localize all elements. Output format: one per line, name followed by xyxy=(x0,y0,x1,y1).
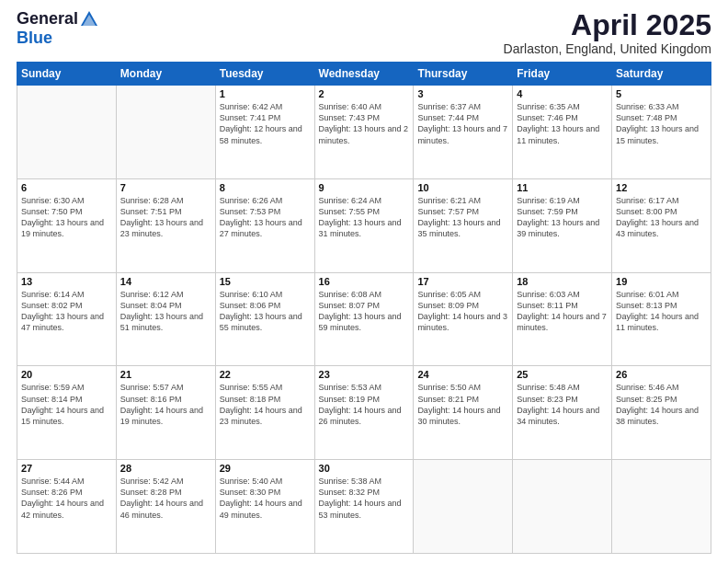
day-info: Sunrise: 6:42 AMSunset: 7:41 PMDaylight:… xyxy=(220,101,311,146)
calendar-cell: 17Sunrise: 6:05 AMSunset: 8:09 PMDayligh… xyxy=(414,272,513,366)
day-info: Sunrise: 5:44 AMSunset: 8:26 PMDaylight:… xyxy=(21,476,112,521)
day-number: 29 xyxy=(220,463,311,474)
calendar-cell xyxy=(414,460,513,554)
day-info: Sunrise: 6:24 AMSunset: 7:55 PMDaylight:… xyxy=(319,195,410,240)
weekday-header-saturday: Saturday xyxy=(612,63,711,86)
logo-general: General xyxy=(17,9,78,28)
day-number: 21 xyxy=(120,369,211,380)
day-info: Sunrise: 6:30 AMSunset: 7:50 PMDaylight:… xyxy=(21,195,112,240)
day-info: Sunrise: 6:03 AMSunset: 8:11 PMDaylight:… xyxy=(517,289,608,334)
week-row-5: 27Sunrise: 5:44 AMSunset: 8:26 PMDayligh… xyxy=(17,460,711,554)
title-block: April 2025 Darlaston, England, United Ki… xyxy=(504,9,711,56)
day-info: Sunrise: 6:01 AMSunset: 8:13 PMDaylight:… xyxy=(616,289,707,334)
logo-icon xyxy=(79,9,99,29)
calendar-cell: 25Sunrise: 5:48 AMSunset: 8:23 PMDayligh… xyxy=(513,366,612,460)
day-info: Sunrise: 6:12 AMSunset: 8:04 PMDaylight:… xyxy=(120,289,211,334)
calendar-cell xyxy=(513,460,612,554)
logo: General Blue xyxy=(17,9,100,48)
calendar-cell: 7Sunrise: 6:28 AMSunset: 7:51 PMDaylight… xyxy=(116,178,215,272)
day-number: 11 xyxy=(517,182,608,193)
calendar-cell: 4Sunrise: 6:35 AMSunset: 7:46 PMDaylight… xyxy=(513,86,612,179)
calendar-cell: 13Sunrise: 6:14 AMSunset: 8:02 PMDayligh… xyxy=(17,272,117,366)
day-number: 13 xyxy=(21,276,112,287)
day-info: Sunrise: 5:50 AMSunset: 8:21 PMDaylight:… xyxy=(417,382,508,427)
weekday-header-friday: Friday xyxy=(513,63,612,86)
day-info: Sunrise: 6:14 AMSunset: 8:02 PMDaylight:… xyxy=(21,289,112,334)
day-info: Sunrise: 6:08 AMSunset: 8:07 PMDaylight:… xyxy=(319,289,410,334)
day-info: Sunrise: 5:40 AMSunset: 8:30 PMDaylight:… xyxy=(220,476,311,521)
week-row-4: 20Sunrise: 5:59 AMSunset: 8:14 PMDayligh… xyxy=(17,366,711,460)
calendar-cell: 5Sunrise: 6:33 AMSunset: 7:48 PMDaylight… xyxy=(612,86,711,179)
day-number: 17 xyxy=(417,276,508,287)
day-info: Sunrise: 5:46 AMSunset: 8:25 PMDaylight:… xyxy=(616,382,707,427)
day-number: 27 xyxy=(21,463,112,474)
day-number: 26 xyxy=(616,369,707,380)
calendar-cell xyxy=(612,460,711,554)
day-info: Sunrise: 5:48 AMSunset: 8:23 PMDaylight:… xyxy=(517,382,608,427)
day-info: Sunrise: 5:53 AMSunset: 8:19 PMDaylight:… xyxy=(319,382,410,427)
calendar-cell: 3Sunrise: 6:37 AMSunset: 7:44 PMDaylight… xyxy=(414,86,513,179)
day-number: 9 xyxy=(319,182,410,193)
day-number: 4 xyxy=(517,88,608,99)
calendar-cell: 11Sunrise: 6:19 AMSunset: 7:59 PMDayligh… xyxy=(513,178,612,272)
day-number: 18 xyxy=(517,276,608,287)
calendar-cell: 19Sunrise: 6:01 AMSunset: 8:13 PMDayligh… xyxy=(612,272,711,366)
day-number: 25 xyxy=(517,369,608,380)
title-month: April 2025 xyxy=(504,9,711,41)
calendar-cell: 1Sunrise: 6:42 AMSunset: 7:41 PMDaylight… xyxy=(215,86,314,179)
day-number: 14 xyxy=(120,276,211,287)
calendar-cell xyxy=(116,86,215,179)
week-row-1: 1Sunrise: 6:42 AMSunset: 7:41 PMDaylight… xyxy=(17,86,711,179)
day-number: 8 xyxy=(220,182,311,193)
calendar-cell: 15Sunrise: 6:10 AMSunset: 8:06 PMDayligh… xyxy=(215,272,314,366)
day-info: Sunrise: 6:33 AMSunset: 7:48 PMDaylight:… xyxy=(616,101,707,146)
calendar-cell: 10Sunrise: 6:21 AMSunset: 7:57 PMDayligh… xyxy=(414,178,513,272)
calendar-cell: 2Sunrise: 6:40 AMSunset: 7:43 PMDaylight… xyxy=(314,86,414,179)
day-number: 30 xyxy=(319,463,410,474)
calendar-cell: 16Sunrise: 6:08 AMSunset: 8:07 PMDayligh… xyxy=(314,272,414,366)
day-number: 28 xyxy=(120,463,211,474)
day-number: 22 xyxy=(220,369,311,380)
day-info: Sunrise: 6:05 AMSunset: 8:09 PMDaylight:… xyxy=(417,289,508,334)
day-number: 19 xyxy=(616,276,707,287)
week-row-3: 13Sunrise: 6:14 AMSunset: 8:02 PMDayligh… xyxy=(17,272,711,366)
day-number: 20 xyxy=(21,369,112,380)
logo-blue: Blue xyxy=(17,29,52,47)
header: General Blue April 2025 Darlaston, Engla… xyxy=(17,9,711,56)
calendar-cell: 23Sunrise: 5:53 AMSunset: 8:19 PMDayligh… xyxy=(314,366,414,460)
day-info: Sunrise: 6:26 AMSunset: 7:53 PMDaylight:… xyxy=(220,195,311,240)
day-number: 5 xyxy=(616,88,707,99)
day-info: Sunrise: 6:19 AMSunset: 7:59 PMDaylight:… xyxy=(517,195,608,240)
weekday-header-sunday: Sunday xyxy=(17,63,117,86)
weekday-header-tuesday: Tuesday xyxy=(215,63,314,86)
day-number: 16 xyxy=(319,276,410,287)
day-info: Sunrise: 6:28 AMSunset: 7:51 PMDaylight:… xyxy=(120,195,211,240)
day-number: 12 xyxy=(616,182,707,193)
weekday-header-row: SundayMondayTuesdayWednesdayThursdayFrid… xyxy=(17,63,711,86)
calendar-cell: 12Sunrise: 6:17 AMSunset: 8:00 PMDayligh… xyxy=(612,178,711,272)
calendar-cell: 26Sunrise: 5:46 AMSunset: 8:25 PMDayligh… xyxy=(612,366,711,460)
day-info: Sunrise: 5:38 AMSunset: 8:32 PMDaylight:… xyxy=(319,476,410,521)
calendar-cell: 21Sunrise: 5:57 AMSunset: 8:16 PMDayligh… xyxy=(116,366,215,460)
day-number: 24 xyxy=(417,369,508,380)
calendar-cell: 30Sunrise: 5:38 AMSunset: 8:32 PMDayligh… xyxy=(314,460,414,554)
day-info: Sunrise: 5:55 AMSunset: 8:18 PMDaylight:… xyxy=(220,382,311,427)
day-number: 23 xyxy=(319,369,410,380)
calendar-cell: 28Sunrise: 5:42 AMSunset: 8:28 PMDayligh… xyxy=(116,460,215,554)
calendar-cell: 24Sunrise: 5:50 AMSunset: 8:21 PMDayligh… xyxy=(414,366,513,460)
day-number: 2 xyxy=(319,88,410,99)
logo-text-block: General Blue xyxy=(17,9,100,48)
day-info: Sunrise: 5:57 AMSunset: 8:16 PMDaylight:… xyxy=(120,382,211,427)
calendar-table: SundayMondayTuesdayWednesdayThursdayFrid… xyxy=(17,62,711,554)
day-number: 6 xyxy=(21,182,112,193)
calendar-cell: 22Sunrise: 5:55 AMSunset: 8:18 PMDayligh… xyxy=(215,366,314,460)
calendar-cell: 8Sunrise: 6:26 AMSunset: 7:53 PMDaylight… xyxy=(215,178,314,272)
calendar-cell: 9Sunrise: 6:24 AMSunset: 7:55 PMDaylight… xyxy=(314,178,414,272)
calendar-cell xyxy=(17,86,117,179)
day-info: Sunrise: 6:21 AMSunset: 7:57 PMDaylight:… xyxy=(417,195,508,240)
weekday-header-thursday: Thursday xyxy=(414,63,513,86)
day-info: Sunrise: 6:35 AMSunset: 7:46 PMDaylight:… xyxy=(517,101,608,146)
day-info: Sunrise: 6:17 AMSunset: 8:00 PMDaylight:… xyxy=(616,195,707,240)
page: General Blue April 2025 Darlaston, Engla… xyxy=(0,0,728,563)
day-info: Sunrise: 6:40 AMSunset: 7:43 PMDaylight:… xyxy=(319,101,410,146)
